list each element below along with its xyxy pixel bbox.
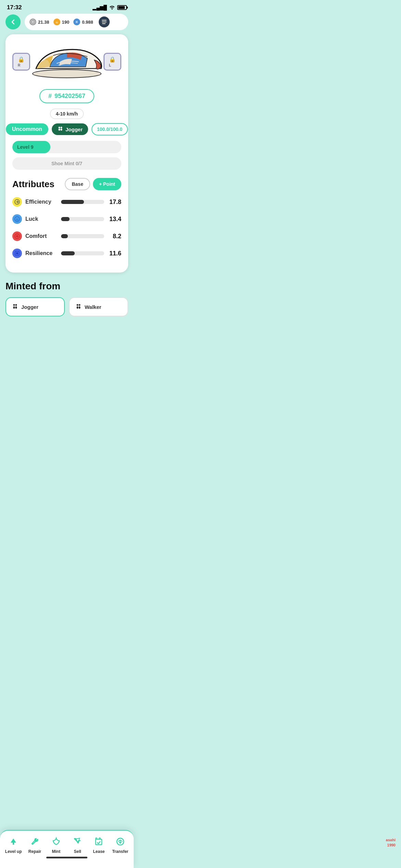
battery-icon [117, 5, 127, 10]
mint-bar-container: Shoe Mint 0/7 [12, 157, 121, 170]
shoe-id: 954202567 [54, 93, 85, 100]
level-bar: Level 9 [12, 141, 121, 153]
svg-point-18 [15, 306, 17, 309]
svg-point-8 [61, 129, 62, 131]
svg-point-7 [59, 129, 60, 131]
header: 21.38 G 190 0.988 [0, 14, 134, 34]
resilience-icon [12, 249, 22, 258]
type-label: Jogger [65, 126, 83, 132]
shoe-image [19, 38, 115, 82]
left-lock-button[interactable]: 🔒 L [104, 53, 121, 71]
attribute-buttons: Base + Point [65, 178, 121, 190]
type-tag: Jogger [52, 123, 88, 135]
back-button[interactable] [5, 14, 21, 29]
attributes-header: Attributes Base + Point [12, 178, 121, 190]
comfort-icon [12, 231, 22, 241]
svg-point-5 [59, 127, 60, 129]
minted-walker-label: Walker [85, 304, 101, 310]
efficiency-icon [12, 197, 22, 207]
main-card: 🔒 R [5, 34, 128, 273]
feet-icon [57, 126, 63, 132]
level-bar-container: Level 9 [12, 141, 121, 153]
luck-row: U Luck 13.4 [12, 214, 121, 224]
status-bar: 17:32 ▂▄▆█ [0, 0, 134, 14]
card-content: # 954202567 4-10 km/h Uncommon Jogger 10… [5, 89, 128, 258]
comfort-bar [61, 234, 104, 238]
durability-tag: 100.0/100.0 [92, 123, 128, 135]
luck-name: Luck [25, 216, 56, 222]
luck-value: 13.4 [109, 216, 121, 223]
wifi-icon [109, 5, 115, 11]
hash-symbol: # [48, 93, 52, 100]
svg-rect-14 [16, 252, 18, 254]
gst-currency: 21.38 [29, 19, 49, 25]
gst-value: 21.38 [38, 20, 49, 25]
minted-from-cards: Jogger Walker [5, 297, 128, 316]
svg-point-6 [61, 127, 62, 129]
mint-bar: Shoe Mint 0/7 [12, 157, 121, 170]
signal-icon: ▂▄▆█ [93, 5, 107, 10]
comfort-row: Comfort 8.2 [12, 231, 121, 241]
svg-text:G: G [56, 21, 58, 24]
svg-point-21 [77, 306, 78, 309]
gmt-currency: G 190 [53, 19, 70, 25]
id-badge: # 954202567 [12, 89, 121, 103]
comfort-value: 8.2 [109, 233, 121, 240]
status-icons: ▂▄▆█ [93, 5, 127, 11]
speed-row: 4-10 km/h [12, 109, 121, 119]
luck-icon: U [12, 214, 22, 224]
comfort-bar-fill [61, 234, 68, 238]
svg-point-22 [79, 306, 81, 309]
resilience-bar [61, 251, 104, 255]
svg-point-19 [77, 304, 78, 306]
rarity-tag: Uncommon [6, 123, 48, 135]
svg-point-15 [13, 304, 15, 306]
jogger-feet-icon [12, 303, 19, 310]
efficiency-bar [61, 200, 104, 204]
speed-value: 4-10 km/h [56, 111, 78, 117]
sol-currency: 0.988 [73, 19, 93, 25]
minted-from-title: Minted from [5, 281, 128, 292]
svg-point-16 [15, 304, 17, 306]
resilience-name: Resilience [25, 250, 56, 256]
durability-value: 100.0/100.0 [97, 126, 122, 132]
minted-jogger-label: Jogger [21, 304, 38, 310]
svg-point-20 [79, 304, 81, 306]
gmt-icon: G [53, 19, 60, 25]
gmt-value: 190 [62, 20, 70, 25]
mint-label: Shoe Mint 0/7 [51, 161, 82, 166]
efficiency-value: 17.8 [109, 198, 121, 206]
walker-feet-icon [75, 303, 82, 310]
menu-button[interactable] [99, 16, 110, 27]
luck-bar-fill [61, 217, 70, 221]
svg-point-17 [13, 306, 15, 309]
sol-value: 0.988 [82, 20, 93, 25]
minted-walker-card[interactable]: Walker [69, 297, 128, 316]
gst-icon [29, 19, 36, 25]
efficiency-bar-fill [61, 200, 84, 204]
level-label: Level 9 [17, 144, 33, 150]
svg-text:U: U [16, 218, 19, 221]
base-button[interactable]: Base [65, 178, 90, 190]
resilience-row: Resilience 11.6 [12, 249, 121, 258]
resilience-value: 11.6 [109, 250, 121, 257]
shoe-area: 🔒 R [5, 34, 128, 89]
svg-point-4 [33, 70, 101, 78]
minted-from-section: Minted from Jogger Walker [0, 273, 134, 322]
resilience-bar-fill [61, 251, 75, 255]
point-button[interactable]: + Point [93, 178, 121, 190]
sol-icon [73, 19, 80, 25]
currency-bar: 21.38 G 190 0.988 [25, 14, 128, 30]
attributes-title: Attributes [12, 179, 54, 190]
efficiency-name: Efficiency [25, 199, 56, 205]
efficiency-row: Efficiency 17.8 [12, 197, 121, 207]
status-time: 17:32 [7, 4, 22, 11]
speed-pill: 4-10 km/h [50, 109, 84, 119]
minted-jogger-card[interactable]: Jogger [5, 297, 65, 316]
tags-row: Uncommon Jogger 100.0/100.0 [12, 123, 121, 135]
comfort-name: Comfort [25, 233, 56, 239]
luck-bar [61, 217, 104, 221]
id-pill: # 954202567 [39, 89, 94, 103]
